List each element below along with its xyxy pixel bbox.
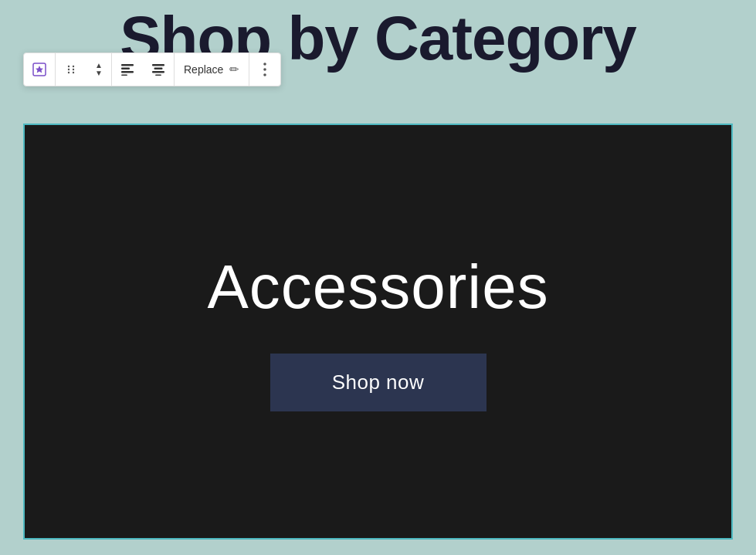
toolbar-group-align (112, 53, 175, 86)
align-center-button[interactable] (143, 52, 174, 86)
align-left-button[interactable] (112, 52, 143, 86)
svg-rect-13 (154, 68, 163, 70)
replace-label: Replace (184, 63, 223, 76)
svg-point-6 (73, 69, 74, 70)
svg-rect-12 (152, 64, 164, 66)
accessories-block: Accessories Shop now (23, 124, 733, 540)
svg-point-17 (264, 68, 267, 71)
svg-point-18 (264, 73, 267, 76)
down-arrow-icon: ▼ (95, 69, 103, 77)
svg-rect-11 (121, 75, 127, 76)
svg-rect-9 (121, 68, 130, 70)
shop-now-button[interactable]: Shop now (270, 354, 486, 411)
more-options-button[interactable] (249, 52, 280, 86)
toolbar-group-replace: Replace ✏ (175, 53, 249, 86)
move-up-down-button[interactable]: ▲ ▼ (86, 52, 111, 86)
featured-block-button[interactable] (24, 52, 55, 86)
toolbar-group-more (249, 53, 280, 86)
svg-marker-1 (36, 66, 43, 73)
toolbar-group-featured (24, 53, 56, 86)
svg-rect-8 (121, 64, 134, 66)
svg-rect-14 (152, 71, 164, 73)
svg-point-3 (68, 69, 69, 70)
accessories-title: Accessories (207, 252, 548, 323)
toolbar-group-move: ▲ ▼ (56, 53, 112, 86)
pencil-icon: ✏ (229, 63, 239, 76)
svg-rect-15 (155, 75, 161, 76)
svg-point-4 (68, 72, 69, 73)
svg-point-5 (73, 66, 74, 67)
svg-point-16 (264, 63, 267, 66)
svg-point-2 (68, 66, 69, 67)
drag-handle-button[interactable] (56, 52, 86, 86)
block-toolbar: ▲ ▼ Replace ✏ (23, 52, 281, 86)
svg-point-7 (73, 72, 74, 73)
replace-button[interactable]: Replace ✏ (175, 52, 249, 86)
svg-rect-10 (121, 71, 134, 73)
